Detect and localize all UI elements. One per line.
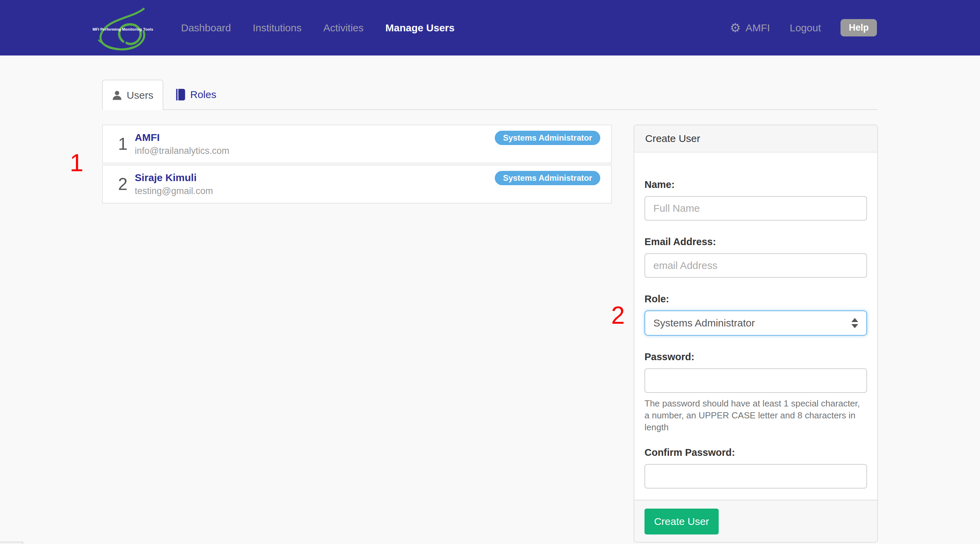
user-icon (112, 90, 122, 101)
top-navbar: MFI Performing Monitoring Tools Dashboar… (0, 0, 980, 56)
role-select-value: Systems Administrator (653, 317, 755, 329)
confirm-password-label: Confirm Password: (644, 446, 867, 459)
cutoff-panel-corner (0, 542, 23, 544)
user-email: info@trailanalytics.com (135, 146, 229, 156)
create-user-button[interactable]: Create User (644, 509, 719, 534)
org-menu[interactable]: ⚙ AMFI (730, 22, 770, 34)
tab-roles-label: Roles (190, 89, 216, 101)
user-email: testing@gmail.com (135, 186, 213, 196)
tab-users[interactable]: Users (102, 80, 163, 110)
logout-link[interactable]: Logout (790, 22, 821, 34)
user-identity: AMFI info@trailanalytics.com (135, 132, 229, 156)
confirm-password-input[interactable] (644, 464, 867, 488)
select-carets-icon (851, 318, 858, 328)
navbar-right: ⚙ AMFI Logout Help (730, 0, 877, 56)
panel-title: Create User (634, 125, 877, 153)
email-input[interactable] (644, 253, 867, 278)
book-icon (175, 89, 186, 101)
nav-item-activities[interactable]: Activities (312, 22, 374, 34)
tab-bar: Users Roles (102, 80, 878, 109)
user-name-link[interactable]: Siraje Kimuli (135, 172, 213, 183)
user-name-link[interactable]: AMFI (135, 132, 229, 143)
annotation-marker-1: 1 (65, 150, 89, 175)
role-badge: Systems Administrator (495, 171, 600, 185)
gear-icon: ⚙ (730, 22, 741, 34)
password-label: Password: (644, 351, 867, 363)
user-row-index: 2 (114, 174, 132, 194)
tab-users-label: Users (127, 89, 153, 101)
user-identity: Siraje Kimuli testing@gmail.com (135, 172, 213, 196)
nav-item-institutions[interactable]: Institutions (242, 22, 312, 34)
primary-nav: Dashboard Institutions Activities Manage… (170, 0, 466, 56)
password-input[interactable] (644, 369, 867, 393)
email-label: Email Address: (644, 236, 867, 248)
tab-roles[interactable]: Roles (175, 80, 216, 109)
user-row-2[interactable]: 2 Siraje Kimuli testing@gmail.com System… (102, 165, 612, 204)
user-list: 1 AMFI info@trailanalytics.com Systems A… (102, 124, 612, 205)
user-row-1[interactable]: 1 AMFI info@trailanalytics.com Systems A… (102, 124, 612, 163)
name-label: Name: (644, 179, 867, 191)
app-logo[interactable]: MFI Performing Monitoring Tools (92, 8, 150, 53)
help-button[interactable]: Help (840, 19, 877, 37)
nav-item-dashboard[interactable]: Dashboard (170, 22, 242, 34)
panel-footer: Create User (634, 500, 877, 542)
create-user-panel: Create User Name: Email Address: Role: S… (633, 124, 878, 542)
logo-text: MFI Performing Monitoring Tools (92, 27, 149, 31)
nav-item-manage-users[interactable]: Manage Users (375, 22, 466, 34)
org-label: AMFI (746, 22, 770, 34)
user-row-index: 1 (114, 134, 132, 154)
role-badge: Systems Administrator (495, 131, 600, 145)
role-label: Role: (644, 293, 867, 305)
name-input[interactable] (644, 196, 867, 220)
password-help-text: The password should have at least 1 spec… (644, 397, 867, 433)
role-select[interactable]: Systems Administrator (644, 311, 867, 336)
annotation-marker-2: 2 (606, 303, 630, 327)
create-user-form: Name: Email Address: Role: Systems Admin… (634, 153, 877, 500)
